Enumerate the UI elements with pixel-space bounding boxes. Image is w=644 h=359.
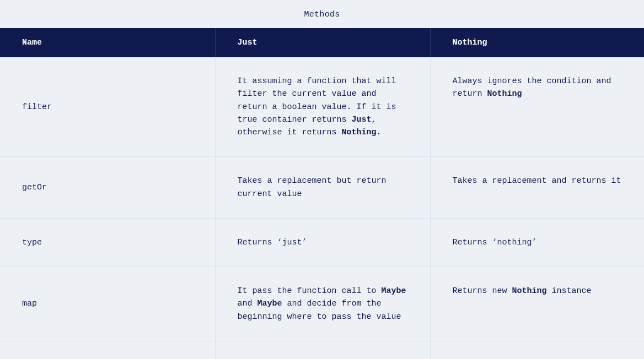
table-row: filterIt assuming a function that will f…	[0, 57, 644, 157]
nothing-cell: Calls the function, but does not pass a …	[430, 341, 644, 359]
methods-table: Name Just Nothing filterIt assuming a fu…	[0, 28, 644, 359]
column-header-just: Just	[215, 28, 430, 57]
nothing-cell: Returns new Nothing instance	[430, 267, 644, 341]
table-row: chainThe same as FunctorCalls the functi…	[0, 341, 644, 359]
just-cell: It assuming a function that will filter …	[215, 57, 430, 157]
just-cell: Returns ‘just’	[215, 218, 430, 266]
method-name-cell: map	[0, 267, 215, 341]
table-header-row: Name Just Nothing	[0, 28, 644, 57]
table-row: typeReturns ‘just’Returns ‘nothing’	[0, 218, 644, 266]
just-cell: Takes a replacement but return current v…	[215, 157, 430, 219]
table-caption: Methods	[0, 0, 644, 28]
nothing-cell: Returns ‘nothing’	[430, 218, 644, 266]
table-row: mapIt pass the function call to Maybe an…	[0, 267, 644, 341]
column-header-name: Name	[0, 28, 215, 57]
nothing-cell: Takes a replacement and returns it	[430, 157, 644, 219]
method-name-cell: chain	[0, 341, 215, 359]
method-name-cell: filter	[0, 57, 215, 157]
just-cell: The same as Functor	[215, 341, 430, 359]
nothing-cell: Always ignores the condition and return …	[430, 57, 644, 157]
method-name-cell: type	[0, 218, 215, 266]
table-row: getOrTakes a replacement but return curr…	[0, 157, 644, 219]
method-name-cell: getOr	[0, 157, 215, 219]
just-cell: It pass the function call to Maybe and M…	[215, 267, 430, 341]
column-header-nothing: Nothing	[430, 28, 644, 57]
